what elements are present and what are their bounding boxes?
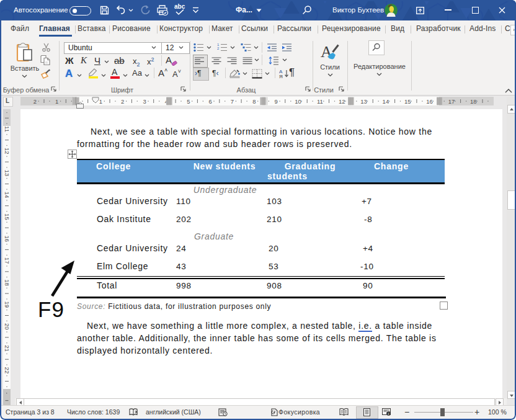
svg-text:i: i: [388, 411, 389, 416]
svg-text:Я: Я: [279, 74, 283, 79]
svg-text:2: 2: [217, 47, 220, 50]
